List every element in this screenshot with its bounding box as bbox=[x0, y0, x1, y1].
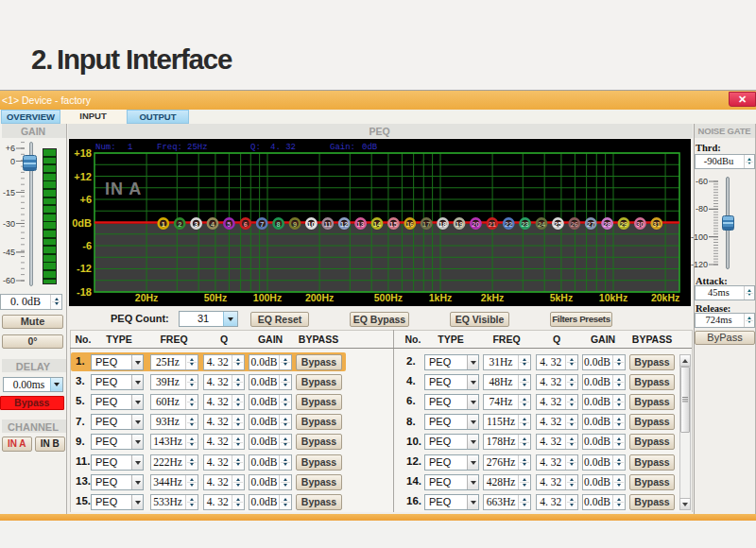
svg-text:2: 2 bbox=[178, 220, 181, 229]
svg-text:-6: -6 bbox=[82, 240, 92, 251]
svg-text:Freq:: Freq: bbox=[157, 143, 182, 152]
svg-text:20Hz: 20Hz bbox=[135, 292, 159, 303]
svg-text:0dB: 0dB bbox=[72, 217, 92, 229]
svg-text:-100: -100 bbox=[691, 232, 708, 242]
svg-text:24: 24 bbox=[538, 220, 546, 229]
svg-text:10kHz: 10kHz bbox=[599, 292, 627, 303]
svg-text:IN A: IN A bbox=[105, 180, 142, 198]
svg-text:100Hz: 100Hz bbox=[253, 292, 282, 303]
svg-text:-120: -120 bbox=[691, 260, 708, 269]
svg-text:5kHz: 5kHz bbox=[550, 292, 574, 303]
svg-text:Q:: Q: bbox=[250, 143, 261, 152]
svg-text:10: 10 bbox=[307, 220, 315, 229]
svg-text:21: 21 bbox=[489, 220, 496, 229]
svg-text:17: 17 bbox=[422, 220, 430, 229]
svg-text:28: 28 bbox=[603, 220, 610, 229]
svg-text:19: 19 bbox=[455, 220, 463, 229]
svg-text:-18: -18 bbox=[77, 286, 92, 298]
svg-text:-60: -60 bbox=[3, 276, 15, 285]
svg-text:20kHz: 20kHz bbox=[651, 292, 679, 303]
svg-text:29: 29 bbox=[620, 220, 627, 229]
svg-text:25: 25 bbox=[554, 220, 561, 229]
svg-text:8: 8 bbox=[277, 220, 281, 229]
svg-text:1: 1 bbox=[128, 143, 132, 152]
svg-text:11: 11 bbox=[324, 220, 332, 229]
svg-text:31: 31 bbox=[653, 220, 661, 229]
svg-text:26: 26 bbox=[571, 220, 578, 229]
svg-text:1kHz: 1kHz bbox=[429, 292, 453, 303]
svg-text:+12: +12 bbox=[74, 171, 92, 182]
svg-text:13: 13 bbox=[356, 220, 364, 229]
svg-text:4. 32: 4. 32 bbox=[270, 143, 296, 152]
svg-text:6: 6 bbox=[244, 220, 248, 229]
svg-text:18: 18 bbox=[438, 220, 446, 229]
svg-text:200Hz: 200Hz bbox=[305, 292, 334, 303]
svg-text:-80: -80 bbox=[696, 204, 708, 214]
svg-text:15: 15 bbox=[389, 220, 397, 229]
svg-text:0: 0 bbox=[10, 157, 15, 166]
svg-text:9: 9 bbox=[293, 220, 297, 229]
svg-text:22: 22 bbox=[505, 220, 512, 229]
svg-text:+6: +6 bbox=[6, 144, 15, 153]
svg-text:23: 23 bbox=[521, 220, 528, 229]
svg-text:12: 12 bbox=[340, 220, 348, 229]
svg-text:+6: +6 bbox=[79, 194, 92, 205]
svg-text:3: 3 bbox=[195, 220, 198, 229]
svg-text:20: 20 bbox=[472, 220, 479, 229]
svg-text:16: 16 bbox=[406, 220, 414, 229]
svg-text:Num:: Num: bbox=[95, 143, 116, 152]
svg-text:14: 14 bbox=[373, 220, 382, 229]
svg-text:-15: -15 bbox=[3, 188, 15, 197]
svg-text:-12: -12 bbox=[77, 263, 92, 274]
svg-text:5: 5 bbox=[227, 220, 231, 229]
svg-text:50Hz: 50Hz bbox=[204, 292, 228, 303]
svg-text:25Hz: 25Hz bbox=[187, 143, 208, 152]
svg-text:27: 27 bbox=[587, 220, 594, 229]
svg-text:-45: -45 bbox=[3, 248, 15, 257]
svg-text:2kHz: 2kHz bbox=[481, 292, 505, 303]
svg-text:500Hz: 500Hz bbox=[374, 292, 403, 303]
svg-text:0dB: 0dB bbox=[362, 143, 378, 152]
svg-text:-60: -60 bbox=[696, 177, 708, 186]
svg-text:-30: -30 bbox=[3, 219, 15, 229]
svg-text:1: 1 bbox=[162, 220, 165, 229]
svg-text:+18: +18 bbox=[74, 147, 92, 159]
svg-text:7: 7 bbox=[260, 220, 264, 229]
svg-text:30: 30 bbox=[636, 220, 644, 229]
svg-text:Gain:: Gain: bbox=[330, 143, 355, 152]
